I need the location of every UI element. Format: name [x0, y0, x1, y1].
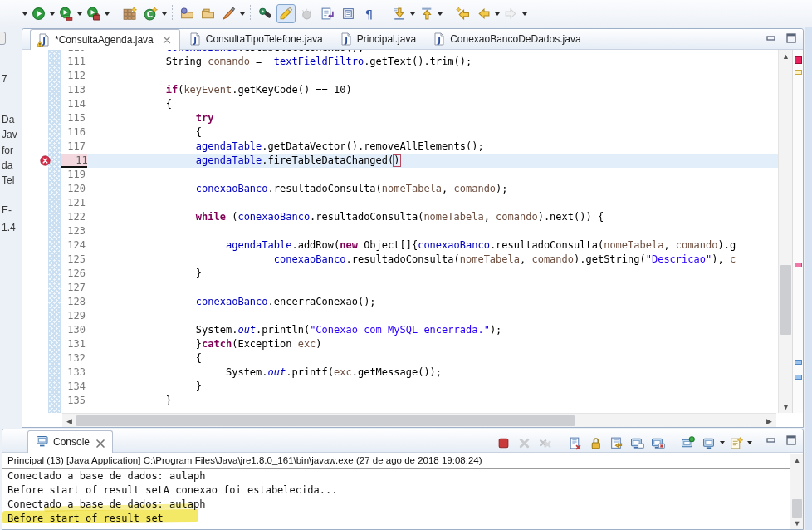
tab-consultatipotelefonejava[interactable]: JConsultaTipoTelefone.java — [180, 28, 331, 49]
dropdown-caret-icon[interactable] — [410, 12, 415, 16]
code-editor[interactable]: 1101111121131141151161171181191201211221… — [22, 50, 803, 413]
code-line-130[interactable]: System.out.println("Conexao com MySQL en… — [87, 323, 778, 337]
show-on-stderr-icon[interactable] — [648, 434, 668, 453]
open-console-icon[interactable] — [726, 434, 746, 453]
code-line-133[interactable]: System.out.printf(exc.getMessage()); — [87, 366, 778, 380]
code-line-135[interactable]: } — [87, 394, 778, 408]
dropdown-caret-icon[interactable] — [747, 441, 752, 444]
dropdown-caret-icon[interactable] — [162, 12, 167, 16]
tab-console[interactable]: Console — [27, 430, 113, 453]
editor-vertical-scrollbar[interactable]: ▲ ▼ — [778, 50, 792, 413]
console-output[interactable]: Conectado a base de dados: aulaphBefore … — [2, 469, 790, 529]
minimize-editor-icon[interactable] — [765, 32, 778, 44]
vertical-scroll-thumb[interactable] — [792, 499, 802, 518]
code-line-128[interactable]: conexaoBanco.encerraConexao(); — [87, 295, 778, 309]
external-tools-icon[interactable] — [84, 4, 103, 23]
code-line-112[interactable] — [87, 69, 778, 83]
code-line-113[interactable]: if(keyEvent.getKeyCode() == 10) — [87, 83, 778, 97]
scroll-down-icon[interactable]: ▼ — [790, 517, 804, 529]
overview-ruler[interactable] — [792, 50, 803, 413]
dropdown-caret-icon[interactable] — [22, 12, 27, 16]
scroll-left-icon[interactable]: ◀ — [62, 414, 76, 428]
last-edit-location-icon[interactable] — [453, 4, 472, 23]
scroll-up-icon[interactable]: ▲ — [790, 454, 804, 466]
info-marker[interactable] — [795, 360, 802, 365]
clipped-fragment-icon[interactable] — [2, 4, 21, 23]
terminate-icon[interactable] — [494, 434, 513, 453]
scroll-down-icon[interactable]: ▼ — [779, 400, 793, 413]
code-line-132[interactable]: { — [87, 351, 778, 366]
scroll-lock-icon[interactable] — [586, 434, 605, 453]
mark-pen-icon[interactable] — [219, 4, 238, 23]
show-whitespace-icon[interactable]: ¶ — [360, 4, 379, 23]
dropdown-caret-icon[interactable] — [240, 12, 245, 16]
tab-label: *ConsultaAgenda.java — [55, 34, 154, 46]
quick-diff-ruler[interactable] — [48, 50, 61, 413]
tab-principaljava[interactable]: JPrincipal.java — [331, 28, 424, 49]
run-icon[interactable] — [29, 4, 48, 23]
dropdown-caret-icon[interactable] — [77, 12, 82, 16]
search-icon[interactable] — [256, 4, 275, 23]
previous-annotation-icon[interactable] — [417, 4, 436, 23]
code-line-131[interactable]: }catch(Exception exc) — [87, 337, 778, 351]
dropdown-caret-icon[interactable] — [495, 12, 500, 16]
code-line-116[interactable]: { — [87, 125, 778, 140]
dropdown-caret-icon[interactable] — [522, 12, 527, 16]
error-marker[interactable] — [795, 56, 802, 64]
close-icon[interactable] — [161, 34, 173, 46]
dropdown-caret-icon[interactable] — [720, 441, 725, 444]
error-marker[interactable] — [795, 263, 802, 267]
code-line-122[interactable]: while (conexaoBanco.resultadoConsulta(no… — [87, 210, 778, 224]
vertical-scroll-thumb[interactable] — [780, 265, 791, 335]
dropdown-caret-icon[interactable] — [438, 12, 443, 16]
code-line-117[interactable]: agendaTable.getDataVector().removeAllEle… — [87, 140, 778, 154]
code-line-111[interactable]: String comando = textFieldFiltro.getText… — [87, 55, 778, 69]
dropdown-caret-icon[interactable] — [105, 12, 110, 16]
tab-consultaagendajava[interactable]: J*ConsultaAgenda.java — [30, 29, 180, 50]
code-line-123[interactable] — [87, 224, 778, 238]
show-on-stdout-icon[interactable] — [628, 434, 647, 453]
code-line-124[interactable]: agendaTable.addRow(new Object[]{conexaoB… — [87, 238, 778, 253]
word-wrap-icon[interactable] — [607, 434, 626, 453]
code-line-134[interactable]: } — [87, 380, 778, 394]
code-line-115[interactable]: try — [87, 111, 778, 125]
minimize-console-icon[interactable] — [765, 434, 778, 446]
code-line-126[interactable]: } — [87, 267, 778, 281]
mark-occurrences-icon[interactable] — [276, 4, 296, 23]
line-number-ruler[interactable]: 1101111121131141151161171181191201211221… — [61, 50, 87, 413]
horizontal-scroll-thumb[interactable] — [76, 415, 575, 426]
maximize-editor-icon[interactable] — [785, 32, 798, 44]
code-line-119[interactable] — [87, 168, 778, 182]
coverage-icon[interactable] — [56, 4, 76, 23]
error-icon[interactable] — [40, 155, 51, 166]
maximize-console-icon[interactable] — [785, 434, 798, 446]
info-marker[interactable] — [795, 375, 802, 380]
display-console-icon[interactable] — [699, 434, 718, 453]
code-line-121[interactable] — [87, 196, 778, 210]
new-java-project-icon[interactable] — [120, 4, 139, 23]
code-line-127[interactable] — [87, 281, 778, 295]
code-line-120[interactable]: conexaoBanco.resultadoConsulta(nomeTabel… — [87, 182, 778, 196]
next-annotation-icon[interactable] — [389, 4, 408, 23]
open-task-icon[interactable] — [178, 4, 197, 23]
link-with-editor-icon[interactable] — [318, 4, 337, 23]
scroll-right-icon[interactable]: ▶ — [762, 414, 776, 428]
new-class-icon[interactable]: C — [141, 4, 160, 23]
tab-conexaobancodedadosjava[interactable]: JConexaoBancoDeDados.java — [424, 28, 589, 49]
scroll-up-icon[interactable]: ▲ — [779, 50, 793, 62]
dropdown-caret-icon[interactable] — [50, 12, 55, 16]
code-line-125[interactable]: conexaoBanco.resultadoConsulta(nomeTabel… — [87, 253, 778, 267]
console-vertical-scrollbar[interactable]: ▲ ▼ — [790, 454, 803, 529]
close-icon[interactable] — [94, 437, 105, 448]
occurrence-marker[interactable] — [795, 70, 802, 75]
show-source-icon[interactable] — [339, 4, 358, 23]
back-icon[interactable] — [474, 4, 493, 23]
code-text[interactable]: conexaoBanco.estabeleceConexao(); String… — [87, 50, 778, 413]
clear-console-icon[interactable] — [565, 434, 585, 453]
code-line-129[interactable] — [87, 309, 778, 323]
open-folder-icon[interactable] — [198, 4, 218, 23]
code-line-118[interactable]: agendaTable.fireTableDataChanged() — [87, 154, 778, 168]
editor-horizontal-scrollbar[interactable]: ◀ ▶ — [62, 413, 776, 427]
code-line-114[interactable]: { — [87, 97, 778, 111]
pin-console-icon[interactable] — [678, 434, 697, 453]
